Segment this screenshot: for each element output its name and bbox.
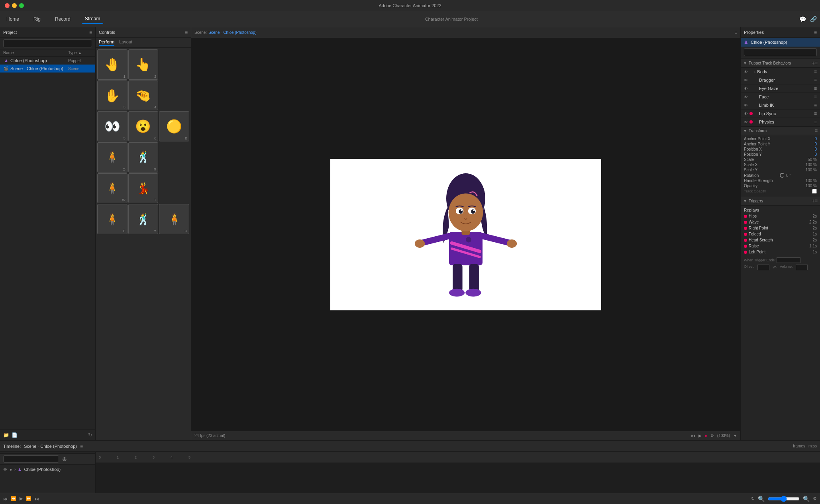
track-opacity-checkbox[interactable] xyxy=(812,189,817,194)
value-position-y[interactable]: 0 xyxy=(814,152,817,157)
replay-folded[interactable]: Folded 1s xyxy=(741,231,820,237)
control-item-Q[interactable]: 🧍 Q xyxy=(97,142,128,173)
replay-head-scratch[interactable]: Head Scratch 2s xyxy=(741,237,820,243)
timeline-settings-icon[interactable]: ⚙ xyxy=(813,496,817,501)
value-scale[interactable]: 50 % xyxy=(808,157,817,162)
value-opacity[interactable]: 100 % xyxy=(806,184,817,188)
value-rotation[interactable]: 0 ° xyxy=(786,173,791,178)
control-item-T[interactable]: 💃 T xyxy=(128,173,159,204)
project-new-icon[interactable]: 📄 xyxy=(12,432,18,438)
replay-left-point[interactable]: Left Point 1s xyxy=(741,249,820,255)
controls-menu-icon[interactable]: ≡ xyxy=(185,29,188,35)
control-item-1[interactable]: 🤚 1 xyxy=(97,49,128,80)
close-button[interactable] xyxy=(5,3,10,8)
behavior-dragger-menu[interactable]: ≡ xyxy=(814,77,817,83)
behavior-physics-menu[interactable]: ≡ xyxy=(814,119,817,125)
control-item-5[interactable]: 👀 5 xyxy=(97,111,128,141)
canvas-stage[interactable] xyxy=(330,159,601,310)
zoom-expand-icon[interactable]: ▼ xyxy=(733,433,737,438)
replay-hips[interactable]: Hips 2s xyxy=(741,213,820,219)
control-item-2[interactable]: 👆 2 xyxy=(128,49,159,80)
playback-go-end[interactable]: ⏭ xyxy=(35,496,39,501)
behavior-lipsync[interactable]: 👁 Lip Sync ≡ xyxy=(741,110,820,118)
timeline-zoom-out-icon[interactable]: 🔍 xyxy=(758,496,765,502)
timeline-loop-icon[interactable]: ↻ xyxy=(751,496,755,501)
share-icon[interactable]: 🔗 xyxy=(810,16,817,22)
behaviors-section-header[interactable]: ▼ Puppet Track Behaviors + ≡ xyxy=(741,58,820,68)
toolbar-home[interactable]: Home xyxy=(3,15,22,24)
props-search-input[interactable] xyxy=(744,48,817,56)
transform-menu-icon[interactable]: ≡ xyxy=(815,128,818,133)
project-search-input[interactable] xyxy=(3,39,92,47)
control-item-Y[interactable]: 🕺 Y xyxy=(128,204,159,234)
behavior-body-menu[interactable]: ≡ xyxy=(814,69,817,75)
control-item-R[interactable]: 🕺 R xyxy=(128,142,159,173)
playback-go-start[interactable]: ⏮ xyxy=(3,496,8,501)
behaviors-menu-icon[interactable]: ≡ xyxy=(815,60,818,66)
playback-play[interactable]: ▶ xyxy=(698,433,702,438)
behavior-face-menu[interactable]: ≡ xyxy=(814,94,817,100)
behavior-eyegaze-menu[interactable]: ≡ xyxy=(814,86,817,91)
timeline-zoom-in-icon[interactable]: 🔍 xyxy=(803,496,810,502)
value-anchor-x[interactable]: 0 xyxy=(814,137,817,141)
triggers-section-header[interactable]: ▼ Triggers + ≡ xyxy=(741,196,820,206)
control-item-4[interactable]: 🤏 4 xyxy=(128,80,159,111)
timeline-menu-icon[interactable]: ≡ xyxy=(80,443,83,449)
when-trigger-input[interactable] xyxy=(777,257,800,263)
playback-step-fwd[interactable]: ⏩ xyxy=(26,496,31,501)
value-scale-x[interactable]: 100 % xyxy=(806,163,817,167)
value-anchor-y[interactable]: 0 xyxy=(814,142,817,146)
transform-section-header[interactable]: ▼ Transform ≡ xyxy=(741,126,820,135)
toolbar-record[interactable]: Record xyxy=(52,15,74,24)
behavior-limbik[interactable]: 👁 Limb IK ≡ xyxy=(741,101,820,110)
add-trigger-icon[interactable]: + xyxy=(812,198,815,204)
comment-icon[interactable]: 💬 xyxy=(799,16,806,22)
control-item-E[interactable]: 🧍 E xyxy=(97,204,128,234)
canvas-menu-icon[interactable]: ≡ xyxy=(735,30,737,35)
control-item-6[interactable]: 😮 6 xyxy=(128,111,159,141)
behavior-eyegaze[interactable]: 👁 Eye Gaze ≡ xyxy=(741,84,820,93)
control-item-B[interactable]: 🟡 B xyxy=(159,111,189,141)
control-item-W[interactable]: 🧍 W xyxy=(97,173,128,204)
project-menu-icon[interactable]: ≡ xyxy=(89,29,92,35)
project-item-puppet[interactable]: ♟ Chloe (Photoshop) Puppet xyxy=(0,57,95,65)
behavior-limbik-menu[interactable]: ≡ xyxy=(814,102,817,108)
maximize-button[interactable] xyxy=(19,3,24,8)
canvas-settings-icon[interactable]: ⚙ xyxy=(710,433,714,438)
tab-layout[interactable]: Layout xyxy=(119,39,132,46)
properties-menu-icon[interactable]: ≡ xyxy=(814,29,817,35)
behavior-dragger[interactable]: 👁 Dragger ≡ xyxy=(741,76,820,84)
project-add-folder-icon[interactable]: 📁 xyxy=(3,432,9,438)
playback-play-btn[interactable]: ▶ xyxy=(20,496,23,501)
track-chloe[interactable]: 👁 ● › ♟ Chloe (Photoshop) xyxy=(0,465,95,474)
minimize-button[interactable] xyxy=(12,3,17,8)
volume-input[interactable] xyxy=(796,265,808,270)
timeline-zoom-slider[interactable] xyxy=(768,496,800,502)
control-item-3[interactable]: ✋ 3 xyxy=(97,80,128,111)
replay-right-point[interactable]: Right Point 2s xyxy=(741,225,820,231)
timeline-content[interactable]: 0 1 2 3 4 5 xyxy=(96,452,820,493)
timeline-search-input[interactable] xyxy=(3,455,59,463)
playback-record[interactable]: ● xyxy=(705,433,707,438)
replay-raise[interactable]: Raise 1.1s xyxy=(741,243,820,249)
behavior-face[interactable]: 👁 Face ≡ xyxy=(741,93,820,101)
add-behavior-icon[interactable]: + xyxy=(812,60,815,66)
offset-input[interactable] xyxy=(757,265,769,270)
value-scale-y[interactable]: 100 % xyxy=(806,168,817,172)
triggers-menu-icon[interactable]: ≡ xyxy=(815,198,818,204)
toolbar-rig[interactable]: Rig xyxy=(30,15,44,24)
behavior-body[interactable]: 👁 › Body ≡ xyxy=(741,68,820,76)
replay-wave[interactable]: Wave 2.2s xyxy=(741,219,820,225)
behavior-physics[interactable]: 👁 Physics ≡ xyxy=(741,118,820,126)
value-position-x[interactable]: 0 xyxy=(814,147,817,151)
playback-rewind[interactable]: ⏮ xyxy=(691,433,695,438)
behavior-lipsync-menu[interactable]: ≡ xyxy=(814,111,817,116)
project-item-scene[interactable]: 🎬 Scene - Chloe (Photoshop) Scene xyxy=(0,65,95,73)
value-handle-strength[interactable]: 100 % xyxy=(806,178,817,183)
scene-link[interactable]: Scene - Chloe (Photoshop) xyxy=(208,30,257,35)
playback-step-back[interactable]: ⏪ xyxy=(11,496,16,501)
toolbar-stream[interactable]: Stream xyxy=(82,14,104,24)
tab-perform[interactable]: Perform xyxy=(99,39,114,46)
timeline-add-track-icon[interactable]: ⊕ xyxy=(62,456,67,462)
control-item-U[interactable]: 🧍 U xyxy=(159,204,189,234)
